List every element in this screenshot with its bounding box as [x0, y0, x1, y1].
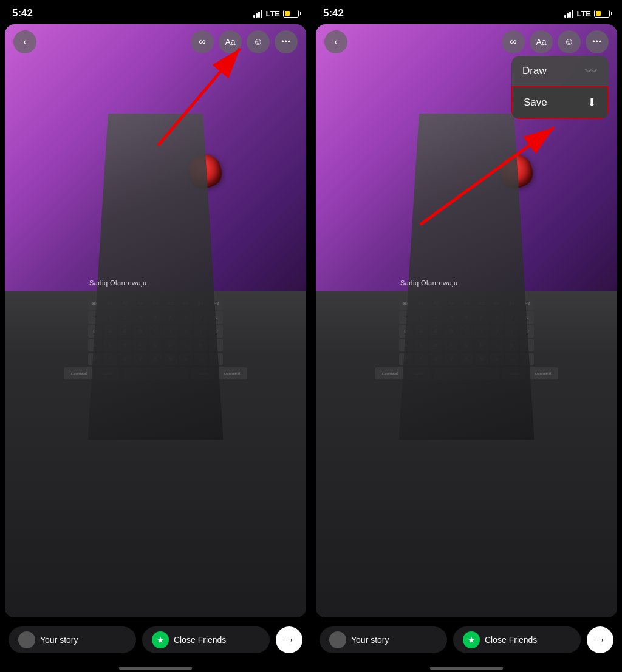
bar3r — [569, 12, 571, 18]
sticker-button-left[interactable]: ☺ — [247, 30, 270, 53]
bar1r — [564, 15, 566, 18]
story-area-right: esc F1 F2 F3 F4 F5 F6 F7 F8 ~ 1 — [316, 24, 617, 617]
battery-fill-left — [285, 11, 290, 16]
send-button-right[interactable]: → — [587, 626, 613, 653]
signal-bars-left — [253, 10, 262, 18]
avatar-right — [329, 631, 346, 648]
your-story-label-left: Your story — [40, 635, 78, 645]
lte-label-left: LTE — [265, 9, 280, 18]
back-button-left[interactable]: ‹ — [13, 30, 36, 53]
your-story-button-left[interactable]: Your story — [9, 626, 136, 653]
status-icons-left: LTE — [253, 9, 299, 18]
avatar-left — [18, 631, 35, 648]
your-story-button-right[interactable]: Your story — [320, 626, 447, 653]
battery-fill-right — [596, 11, 601, 16]
toolbar-left: ‹ ∞ Aa ☺ ••• — [5, 30, 306, 53]
toolbar-right: ‹ ∞ Aa ☺ ••• — [316, 30, 617, 53]
back-button-right[interactable]: ‹ — [324, 30, 347, 53]
bar4 — [261, 10, 262, 18]
infinity-button-left[interactable]: ∞ — [191, 30, 214, 53]
sticker-button-right[interactable]: ☺ — [558, 30, 581, 53]
close-friends-button-left[interactable]: ★ Close Friends — [142, 626, 270, 653]
status-bar-right: 5:42 LTE — [311, 0, 622, 23]
close-friends-label-left: Close Friends — [174, 635, 226, 645]
key: command — [528, 367, 558, 379]
bar2r — [567, 13, 569, 18]
bar2 — [256, 13, 258, 18]
draw-label: Draw — [522, 65, 547, 77]
send-button-left[interactable]: → — [276, 626, 302, 653]
status-icons-right: LTE — [564, 9, 610, 18]
bottom-bar-right: Your story ★ Close Friends → — [311, 617, 622, 672]
infinity-button-right[interactable]: ∞ — [502, 30, 525, 53]
text-button-left[interactable]: Aa — [219, 30, 242, 53]
more-button-right[interactable]: ••• — [586, 30, 609, 53]
bottom-bar-left: Your story ★ Close Friends → — [0, 617, 311, 672]
star-icon-left: ★ — [152, 631, 169, 648]
battery-left — [283, 10, 299, 18]
home-indicator-right — [430, 667, 503, 670]
home-indicator-left — [119, 667, 192, 670]
close-friends-label-right: Close Friends — [485, 635, 537, 645]
text-button-right[interactable]: Aa — [530, 30, 553, 53]
bar4r — [572, 10, 573, 18]
story-area-left: esc F1 F2 F3 F4 F5 F6 F7 F8 ~ 1 — [5, 24, 306, 617]
your-story-label-right: Your story — [351, 635, 389, 645]
story-bg-left: esc F1 F2 F3 F4 F5 F6 F7 F8 ~ 1 — [5, 24, 306, 617]
phone-stand-left — [87, 114, 223, 440]
bar1 — [253, 15, 255, 18]
toolbar-right-left: ∞ Aa ☺ ••• — [191, 30, 298, 53]
save-label: Save — [524, 97, 547, 109]
signal-bars-right — [564, 10, 573, 18]
story-username-left: Sadiq Olanrewaju — [89, 279, 147, 287]
key: command — [375, 367, 405, 379]
draw-icon: 〰️ — [584, 64, 598, 78]
key: command — [64, 367, 94, 379]
save-icon: ⬇ — [587, 96, 596, 109]
key: command — [217, 367, 247, 379]
save-menu-item[interactable]: Save ⬇ — [511, 86, 609, 119]
toolbar-right-right: ∞ Aa ☺ ••• — [502, 30, 609, 53]
time-right: 5:42 — [323, 7, 344, 19]
bar3 — [258, 12, 260, 18]
more-button-left[interactable]: ••• — [275, 30, 298, 53]
draw-menu-item[interactable]: Draw 〰️ — [511, 56, 609, 86]
close-friends-button-right[interactable]: ★ Close Friends — [453, 626, 581, 653]
battery-right — [594, 10, 610, 18]
phone-stand-right — [398, 114, 534, 440]
star-icon-right: ★ — [463, 631, 480, 648]
story-username-right: Sadiq Olanrewaju — [400, 279, 458, 287]
status-bar-left: 5:42 LTE — [0, 0, 311, 23]
time-left: 5:42 — [12, 7, 33, 19]
lte-label-right: LTE — [576, 9, 591, 18]
dropdown-menu: Draw 〰️ Save ⬇ — [511, 56, 609, 119]
left-screen: 5:42 LTE — [0, 0, 311, 672]
right-screen: 5:42 LTE — [311, 0, 622, 672]
